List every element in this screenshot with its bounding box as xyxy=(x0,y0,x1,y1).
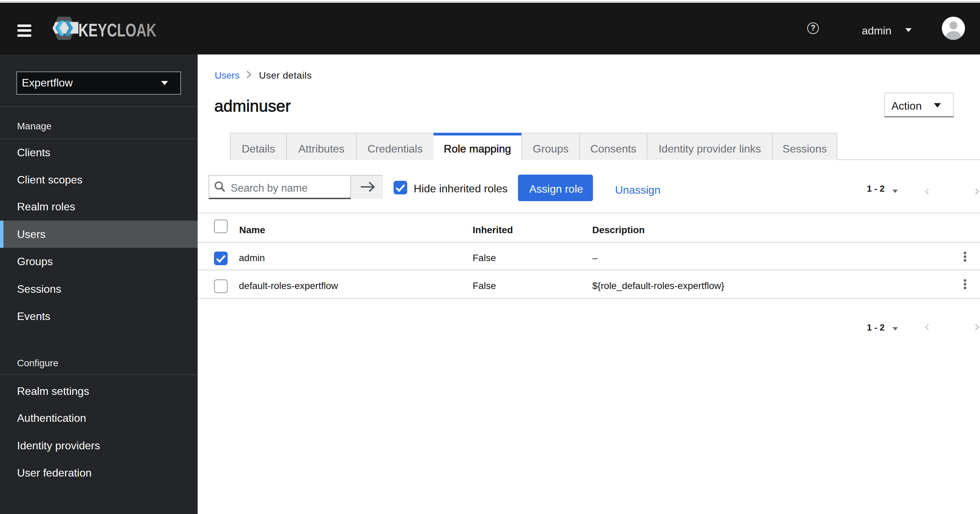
svg-text:KEYCLOAK: KEYCLOAK xyxy=(78,20,156,40)
